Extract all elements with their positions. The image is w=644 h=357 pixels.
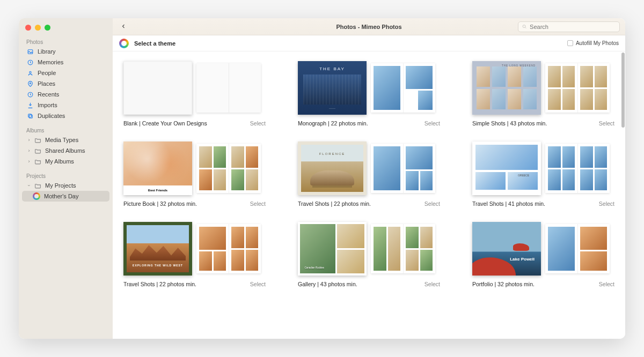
autofill-label: Autofill My Photos — [576, 40, 619, 46]
theme-card-monograph[interactable]: THE BAY ——— Monograph | 22 photos min. S… — [298, 61, 440, 127]
sidebar-item-label: Library — [38, 48, 56, 55]
theme-select-link[interactable]: Select — [425, 200, 440, 207]
theme-select-link[interactable]: Select — [599, 200, 614, 207]
project-icon — [33, 192, 40, 200]
sidebar-item-label: Shared Albums — [45, 147, 85, 154]
theme-spread — [196, 224, 261, 273]
folder-icon — [34, 147, 41, 154]
theme-cover: FLORENCE — [298, 142, 367, 195]
svg-point-2 — [29, 71, 31, 73]
sidebar-item-label: Media Types — [45, 137, 78, 143]
sidebar-item-memories[interactable]: Memories — [22, 57, 109, 68]
sidebar-item-mothers-day[interactable]: Mother's Day — [22, 191, 109, 202]
sidebar-item-label: Mother's Day — [44, 193, 78, 199]
cover-title: Lake Powell — [510, 257, 535, 262]
sidebar: Photos Library Memories People Places Re… — [19, 18, 113, 339]
theme-spread — [545, 224, 610, 273]
theme-select-link[interactable]: Select — [425, 281, 440, 287]
main-area: Photos - Mimeo Photos Select a theme Aut… — [113, 18, 625, 339]
cover-title: THE BAY — [319, 66, 345, 71]
sidebar-item-label: My Albums — [45, 158, 74, 165]
theme-label: Gallery | 43 photos min. — [298, 281, 357, 287]
themes-grid: Blank | Create Your Own Designs Select T… — [123, 61, 614, 287]
page-title: Select a theme — [134, 40, 175, 47]
subbar: Select a theme Autofill My Photos — [113, 35, 625, 51]
sidebar-item-my-albums[interactable]: › My Albums — [22, 156, 109, 167]
library-icon — [26, 48, 34, 55]
svg-rect-6 — [28, 114, 31, 117]
cover-title: EXPLORING THE WILD WEST — [133, 264, 183, 267]
theme-select-link[interactable]: Select — [250, 281, 266, 287]
svg-rect-5 — [29, 115, 32, 118]
duplicates-icon — [26, 112, 34, 120]
sidebar-item-recents[interactable]: Recents — [22, 89, 109, 100]
minimize-window-button[interactable] — [35, 25, 41, 31]
theme-label: Travel Shots | 41 photos min. — [472, 200, 545, 207]
theme-cover: EXPLORING THE WILD WEST — [123, 222, 192, 276]
theme-card-blank[interactable]: Blank | Create Your Own Designs Select — [123, 61, 266, 127]
theme-select-link[interactable]: Select — [425, 120, 440, 127]
theme-spread — [371, 224, 435, 273]
folder-icon — [34, 182, 41, 189]
theme-card-travel-florence[interactable]: FLORENCE Travel Shots | 22 photos min. S… — [298, 142, 440, 207]
sidebar-item-my-projects[interactable]: › My Projects — [22, 180, 109, 191]
svg-point-7 — [523, 25, 525, 28]
sidebar-item-shared-albums[interactable]: › Shared Albums — [22, 145, 109, 156]
people-icon — [26, 69, 34, 77]
sidebar-item-label: Memories — [38, 59, 63, 65]
scrollbar[interactable] — [621, 53, 625, 338]
cover-title: FLORENCE — [319, 152, 346, 155]
theme-card-gallery[interactable]: Canadian Rockies Gallery | 43 photos min… — [298, 222, 440, 287]
autofill-checkbox[interactable]: Autofill My Photos — [567, 40, 619, 46]
theme-select-link[interactable]: Select — [250, 200, 266, 207]
sidebar-item-library[interactable]: Library — [22, 46, 109, 57]
theme-label: Simple Shots | 43 photos min. — [472, 120, 547, 127]
sidebar-item-imports[interactable]: Imports — [22, 100, 109, 110]
back-button[interactable] — [118, 22, 129, 32]
sidebar-item-label: Places — [38, 80, 55, 87]
window-controls — [22, 24, 109, 37]
places-icon — [26, 80, 34, 87]
imports-icon — [26, 101, 34, 109]
search-input[interactable] — [530, 24, 616, 30]
theme-label: Blank | Create Your Own Designs — [123, 120, 207, 127]
svg-point-3 — [30, 83, 31, 84]
memories-icon — [26, 58, 34, 66]
sidebar-item-duplicates[interactable]: Duplicates — [22, 110, 109, 121]
cover-title: Canadian Rockies — [298, 266, 331, 269]
sidebar-item-label: People — [38, 70, 56, 76]
search-field[interactable] — [518, 21, 620, 32]
theme-select-link[interactable]: Select — [599, 120, 614, 127]
theme-spread — [371, 63, 435, 113]
chevron-right-icon: › — [26, 159, 32, 164]
sidebar-item-label: Imports — [38, 102, 57, 108]
zoom-window-button[interactable] — [45, 25, 50, 31]
sidebar-item-media-types[interactable]: › Media Types — [22, 135, 109, 145]
theme-cover: Best Friends — [123, 142, 192, 195]
sidebar-item-places[interactable]: Places — [22, 78, 109, 89]
sidebar-item-people[interactable]: People — [22, 68, 109, 78]
checkbox-icon — [567, 40, 573, 46]
cover-title: THE LONG WEEKEND — [502, 64, 536, 67]
sidebar-section-albums: Albums — [22, 125, 109, 135]
chevron-down-icon: › — [26, 183, 32, 188]
search-icon — [522, 24, 527, 29]
theme-label: Monograph | 22 photos min. — [298, 120, 368, 127]
scrollbar-thumb[interactable] — [621, 53, 625, 128]
theme-card-travel-greece[interactable]: GREECE Travel Shots | 41 photos min. Sel… — [472, 142, 614, 207]
theme-label: Portfolio | 32 photos min. — [472, 281, 535, 287]
themes-scroll-area[interactable]: Blank | Create Your Own Designs Select T… — [113, 51, 625, 339]
theme-card-simple-shots[interactable]: THE LONG WEEKEND Simple Shots | 43 photo… — [472, 61, 614, 127]
theme-select-link[interactable]: Select — [599, 281, 614, 287]
theme-select-link[interactable]: Select — [250, 120, 266, 127]
theme-cover — [123, 61, 192, 115]
recents-icon — [26, 91, 34, 98]
folder-icon — [34, 158, 41, 165]
theme-card-travel-west[interactable]: EXPLORING THE WILD WEST Travel Shots | 2… — [123, 222, 266, 287]
theme-card-portfolio[interactable]: Lake Powell Portfolio | 32 photos min. S… — [472, 222, 614, 287]
close-window-button[interactable] — [25, 25, 31, 31]
theme-cover: Canadian Rockies — [298, 222, 367, 276]
theme-spread — [371, 144, 435, 193]
theme-card-picture-book[interactable]: Best Friends Picture Book | 32 photos mi… — [123, 142, 266, 207]
theme-spread — [545, 63, 610, 113]
